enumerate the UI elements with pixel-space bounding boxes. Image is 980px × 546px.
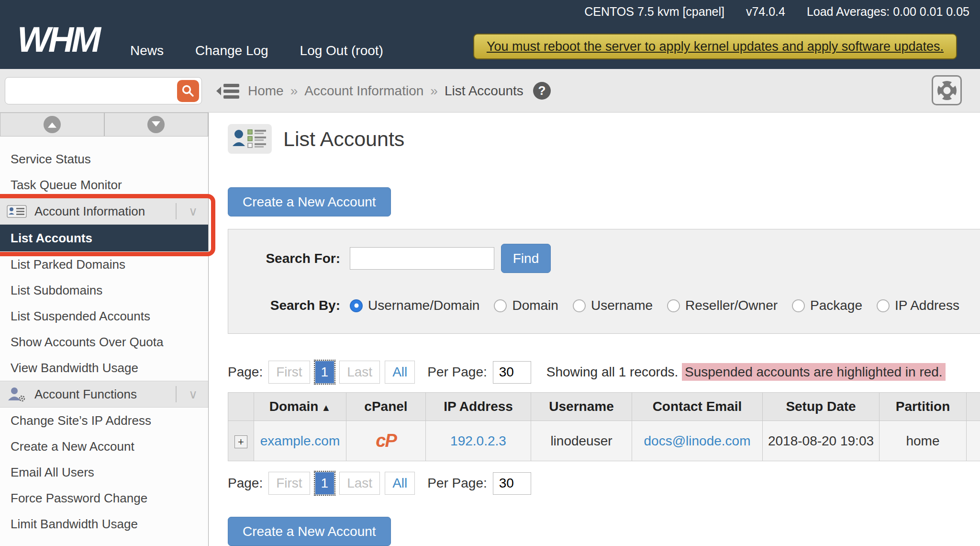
search-panel: Search For: Find Search By: Username/Dom…	[228, 229, 980, 334]
header-contact-email[interactable]: Contact Email	[632, 393, 763, 421]
sidebar-scroll-down-button[interactable]	[104, 113, 209, 136]
table-header-row: Domain▲ cPanel IP Address Username Conta…	[228, 393, 980, 421]
header-cpanel[interactable]: cPanel	[346, 393, 426, 421]
sidebar-item-list-subdomains[interactable]: List Subdomains	[0, 277, 208, 303]
page-label: Page:	[228, 364, 263, 380]
page-all-button[interactable]: All	[385, 472, 415, 495]
records-summary: Showing all 1 records. Suspended account…	[546, 364, 946, 380]
quick-search-input[interactable]	[10, 78, 173, 104]
nav-change-log[interactable]: Change Log	[195, 43, 268, 58]
sidebar-item-force-password-change[interactable]: Force Password Change	[0, 485, 208, 511]
breadcrumb-home[interactable]: Home	[248, 83, 284, 99]
page-current-button[interactable]: 1	[315, 472, 335, 495]
page-label: Page:	[228, 476, 263, 491]
page-all-button[interactable]: All	[385, 361, 415, 384]
chevron-down-icon[interactable]: ∨	[189, 204, 198, 219]
ip-address-link[interactable]: 192.0.2.3	[450, 433, 506, 448]
header-domain[interactable]: Domain▲	[254, 393, 346, 421]
pagination-bottom: Page: First 1 Last All Per Page:	[228, 472, 980, 495]
radio-button-icon[interactable]	[792, 299, 805, 312]
account-information-icon	[7, 204, 27, 218]
radio-ip-address[interactable]: IP Address	[877, 298, 959, 313]
expand-row-button[interactable]: +	[234, 435, 247, 448]
sidebar-item-limit-bandwidth-usage[interactable]: Limit Bandwidth Usage	[0, 511, 208, 537]
cpanel-logo-icon[interactable]: cP	[376, 431, 396, 451]
sort-asc-icon: ▲	[321, 402, 331, 413]
help-icon[interactable]: ?	[533, 82, 551, 100]
breadcrumb-current: List Accounts	[445, 83, 523, 99]
load-averages: Load Averages: 0.00 0.01 0.05	[807, 5, 969, 18]
sidebar-item-list-suspended-accounts[interactable]: List Suspended Accounts	[0, 303, 208, 329]
whm-logo: WHM	[17, 19, 99, 60]
page-current-button[interactable]: 1	[315, 361, 335, 384]
section-divider	[176, 386, 177, 402]
sidebar-item-change-sites-ip-address[interactable]: Change Site’s IP Address	[0, 408, 208, 433]
arrow-down-icon	[147, 116, 165, 133]
page-last-button[interactable]: Last	[339, 361, 380, 384]
header-ip-address[interactable]: IP Address	[426, 393, 531, 421]
find-button[interactable]: Find	[501, 244, 551, 273]
radio-button-icon[interactable]	[350, 299, 363, 312]
domain-link[interactable]: example.com	[260, 433, 340, 448]
radio-username[interactable]: Username	[573, 298, 653, 313]
cell-cpanel: cP	[346, 421, 426, 461]
breadcrumb: Home » Account Information » List Accoun…	[248, 69, 551, 113]
header-username[interactable]: Username	[531, 393, 632, 421]
per-page-input[interactable]	[493, 361, 531, 384]
radio-domain[interactable]: Domain	[494, 298, 558, 313]
sidebar-item-service-status[interactable]: Service Status	[0, 146, 208, 172]
radio-label: Username/Domain	[368, 298, 479, 313]
radio-package[interactable]: Package	[792, 298, 862, 313]
cell-domain: example.com	[254, 421, 346, 461]
breadcrumb-bar: Home » Account Information » List Accoun…	[0, 69, 980, 113]
radio-button-icon[interactable]	[573, 299, 586, 312]
radio-button-icon[interactable]	[494, 299, 507, 312]
create-new-account-button-bottom[interactable]: Create a New Account	[228, 517, 391, 546]
search-for-input[interactable]	[350, 247, 494, 270]
sidebar-item-view-bandwidth-usage[interactable]: View Bandwidth Usage	[0, 355, 208, 381]
pagination-top: Page: First 1 Last All Per Page: Showing…	[228, 361, 980, 384]
system-info: CENTOS 7.5 kvm [cpanel] v74.0.4 Load Ave…	[566, 5, 969, 19]
per-page-input[interactable]	[493, 472, 531, 495]
sidebar-section-account-information[interactable]: Account Information ∨	[0, 198, 208, 225]
collapse-sidebar-icon[interactable]	[216, 82, 241, 102]
breadcrumb-account-information[interactable]: Account Information	[304, 83, 423, 99]
support-button[interactable]	[932, 75, 962, 105]
header-partition[interactable]: Partition	[880, 393, 967, 421]
sidebar-item-task-queue-monitor[interactable]: Task Queue Monitor	[0, 172, 208, 198]
page-first-button[interactable]: First	[268, 361, 310, 384]
list-accounts-page-icon	[228, 124, 272, 154]
nav-news[interactable]: News	[130, 43, 164, 58]
life-ring-icon	[936, 80, 958, 102]
sidebar: Service Status Task Queue Monitor Accoun…	[0, 113, 209, 546]
sidebar-item-list-parked-domains[interactable]: List Parked Domains	[0, 251, 208, 277]
nav-log-out[interactable]: Log Out (root)	[300, 43, 383, 58]
sidebar-item-list-accounts[interactable]: List Accounts	[0, 225, 208, 251]
chevron-down-icon[interactable]: ∨	[189, 387, 198, 402]
search-button[interactable]	[177, 80, 199, 102]
header-domain-label: Domain	[269, 399, 319, 414]
radio-reseller-owner[interactable]: Reseller/Owner	[667, 298, 778, 313]
suspended-note: Suspended accounts are highlighted in re…	[682, 363, 946, 381]
search-for-label: Search For:	[228, 251, 340, 266]
create-new-account-button-top[interactable]: Create a New Account	[228, 187, 391, 216]
sidebar-item-email-all-users[interactable]: Email All Users	[0, 459, 208, 485]
sidebar-scroll-up-button[interactable]	[0, 113, 104, 136]
radio-button-icon[interactable]	[877, 299, 890, 312]
sidebar-item-show-accounts-over-quota[interactable]: Show Accounts Over Quota	[0, 329, 208, 355]
page-first-button[interactable]: First	[268, 472, 310, 495]
page-last-button[interactable]: Last	[339, 472, 380, 495]
radio-username-domain[interactable]: Username/Domain	[350, 298, 479, 313]
top-header: CENTOS 7.5 kvm [cpanel] v74.0.4 Load Ave…	[0, 0, 980, 69]
header-extra	[967, 393, 980, 421]
radio-label: Domain	[512, 298, 558, 313]
header-setup-date[interactable]: Setup Date	[763, 393, 880, 421]
sidebar-item-create-a-new-account[interactable]: Create a New Account	[0, 433, 208, 459]
arrow-up-icon	[44, 116, 61, 133]
radio-button-icon[interactable]	[667, 299, 680, 312]
radio-label: Reseller/Owner	[685, 298, 778, 313]
contact-email-link[interactable]: docs@linode.com	[644, 433, 751, 448]
cell-partition: home	[880, 421, 967, 461]
reboot-alert-banner[interactable]: You must reboot the server to apply kern…	[473, 34, 957, 59]
sidebar-section-account-functions[interactable]: Account Functions ∨	[0, 381, 208, 408]
